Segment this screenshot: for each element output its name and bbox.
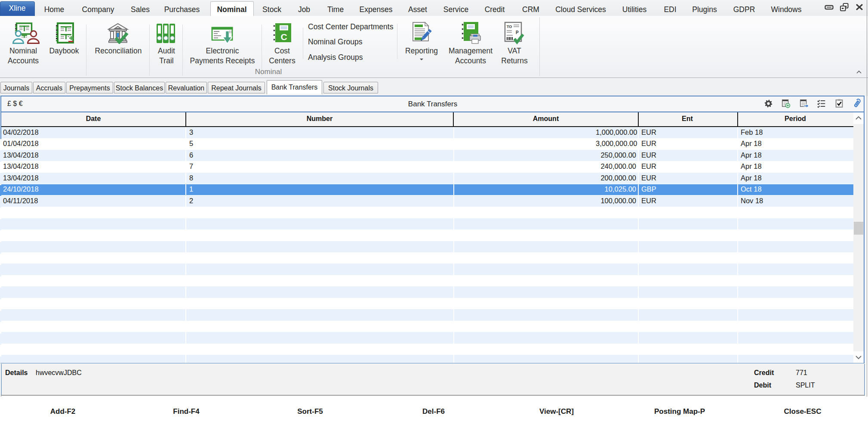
svg-text:P: P [516,30,519,35]
svg-text:C: C [280,32,287,42]
svg-text:TO: TO [507,25,512,29]
